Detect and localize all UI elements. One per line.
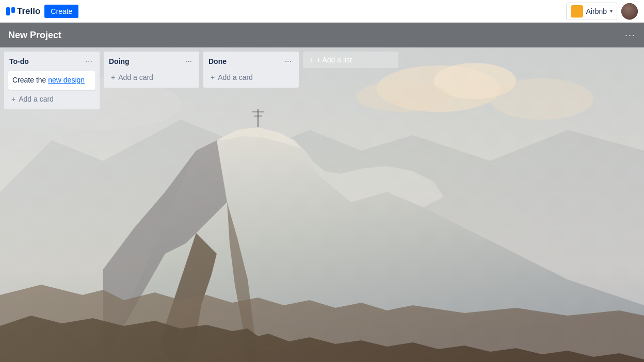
- chevron-down-icon: ▾: [610, 8, 613, 14]
- list-done-menu-button[interactable]: ···: [283, 56, 294, 67]
- top-navigation: Trello Create Airbnb ▾: [0, 0, 644, 23]
- plus-icon-list: +: [309, 56, 313, 64]
- create-button[interactable]: Create: [44, 5, 78, 18]
- list-todo-add-card-button[interactable]: + Add a card: [8, 93, 95, 105]
- trello-logo-icon: [6, 7, 15, 15]
- avatar-image: [621, 3, 638, 20]
- list-doing-header: Doing ···: [108, 56, 195, 67]
- list-doing: Doing ··· + Add a card: [104, 52, 199, 88]
- list-doing-title: Doing: [109, 57, 183, 65]
- add-list-button[interactable]: + + Add a list: [303, 52, 398, 68]
- plus-icon-done: +: [211, 73, 215, 81]
- board-menu-button[interactable]: ···: [625, 30, 636, 41]
- topnav-left: Trello Create: [6, 5, 78, 18]
- plus-icon-doing: +: [111, 73, 115, 81]
- board-canvas: To-do ··· Create the new design + Add a …: [0, 47, 644, 362]
- lists-container: To-do ··· Create the new design + Add a …: [4, 52, 398, 109]
- board-header: New Project ···: [0, 23, 644, 47]
- list-done: Done ··· + Add a card: [203, 52, 299, 88]
- workspace-badge[interactable]: Airbnb ▾: [566, 3, 617, 20]
- list-done-header: Done ···: [207, 56, 295, 67]
- board-title: New Project: [8, 30, 61, 41]
- list-doing-menu-button[interactable]: ···: [183, 56, 194, 67]
- list-todo-header: To-do ···: [8, 56, 95, 67]
- card-new-design-text: Create the new design: [12, 76, 85, 84]
- topnav-right: Airbnb ▾: [566, 3, 638, 20]
- add-card-label: Add a card: [19, 95, 54, 103]
- add-list-label: + Add a list: [316, 56, 352, 64]
- add-card-label-done: Add a card: [218, 73, 253, 81]
- plus-icon: +: [11, 95, 15, 103]
- logo-bar-left: [6, 7, 10, 15]
- list-todo-title: To-do: [9, 57, 84, 65]
- avatar[interactable]: [621, 3, 638, 20]
- list-doing-add-card-button[interactable]: + Add a card: [108, 71, 195, 84]
- add-card-label-doing: Add a card: [118, 73, 153, 81]
- list-done-title: Done: [208, 57, 283, 65]
- list-todo-menu-button[interactable]: ···: [84, 56, 94, 67]
- card-new-design-link: new design: [48, 76, 85, 84]
- trello-logo[interactable]: Trello: [6, 6, 40, 17]
- card-new-design[interactable]: Create the new design: [8, 71, 95, 90]
- list-done-add-card-button[interactable]: + Add a card: [207, 71, 295, 84]
- workspace-name: Airbnb: [586, 7, 607, 15]
- logo-bar-right: [11, 7, 15, 13]
- trello-logo-text: Trello: [17, 6, 40, 17]
- workspace-icon: [571, 5, 583, 18]
- list-todo: To-do ··· Create the new design + Add a …: [4, 52, 100, 109]
